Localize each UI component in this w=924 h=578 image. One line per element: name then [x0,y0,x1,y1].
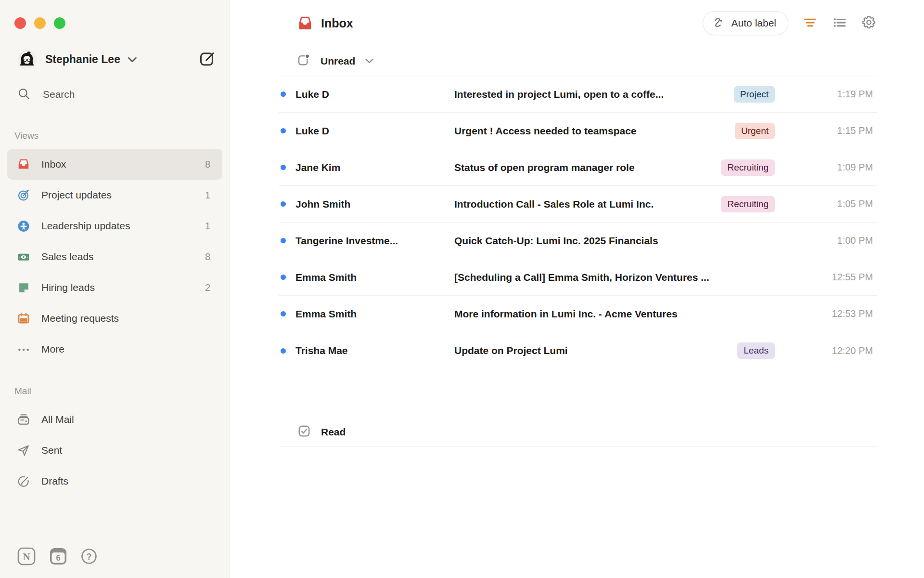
label-badge: Leads [737,342,775,359]
label-badge: Project [734,86,775,103]
unread-dot-icon [281,128,286,133]
target-icon [17,189,30,201]
notion-app-button[interactable]: N [17,547,36,565]
list-view-button[interactable] [832,15,847,31]
email-row[interactable]: Luke D Urgent ! Access needed to teamspa… [279,113,877,149]
unread-dot-icon [281,311,286,316]
close-window-button[interactable] [14,17,26,29]
unread-dot-icon [281,238,286,243]
sidebar-item-sent[interactable]: Sent [7,435,222,466]
email-sender: Tangerine Investme... [295,235,454,247]
email-time: 12:20 PM [775,345,877,356]
sidebar-item-label: Leadership updates [41,220,130,232]
window-controls [0,0,230,29]
sidebar-item-all-mail[interactable]: All Mail [7,404,222,435]
auto-label-wand-icon [712,16,725,31]
unread-dot-icon [281,92,286,97]
ellipsis-icon [17,343,30,355]
email-time: 1:09 PM [775,162,877,173]
filter-button[interactable] [803,15,818,31]
account-switcher[interactable]: Stephanie Lee [17,49,217,70]
help-button[interactable]: ? [81,548,97,565]
email-subject: Status of open program manager role [454,162,721,173]
sidebar-item-sales-leads[interactable]: Sales leads 8 [7,241,222,272]
email-subject: More information in Lumi Inc. - Acme Ven… [454,308,775,320]
email-row[interactable]: Emma Smith [Scheduling a Call] Emma Smit… [279,259,877,296]
sidebar-item-hiring-leads[interactable]: Hiring leads 2 [7,272,222,303]
unread-icon [297,53,310,68]
zoom-window-button[interactable] [54,17,65,29]
filter-icon [803,15,818,31]
sidebar-item-more[interactable]: More [7,334,222,365]
email-row[interactable]: Tangerine Investme... Quick Catch-Up: Lu… [279,223,877,259]
email-time: 1:19 PM [775,89,877,100]
calendar-app-button[interactable]: 6 [49,547,67,565]
sidebar-item-label: More [41,343,64,355]
sidebar-item-label: All Mail [41,414,74,425]
help-question-mark: ? [87,552,92,562]
email-row[interactable]: John Smith Introduction Call - Sales Rol… [279,186,877,223]
compose-button[interactable] [198,49,217,70]
chevron-down-icon [365,58,373,64]
email-subject: Update on Project Lumi [454,345,737,356]
email-row[interactable]: Jane Kim Status of open program manager … [279,149,877,186]
sidebar-item-drafts[interactable]: Drafts [7,466,222,497]
minimize-window-button[interactable] [34,17,46,29]
read-group-header[interactable]: Read [279,417,877,447]
mail-tray-icon [17,413,30,426]
search-icon [17,87,30,102]
inbox-icon [17,158,30,171]
chevron-down-icon [128,57,137,63]
sidebar-item-label: Drafts [41,475,68,487]
sidebar-footer: N 6 ? [0,547,230,578]
sidebar-item-meeting-requests[interactable]: Meeting requests [7,303,222,334]
views-section-label: Views [14,131,230,141]
sidebar-item-count: 2 [205,282,210,293]
compose-icon [199,50,216,69]
label-badge: Recruiting [721,196,775,212]
email-time: 12:55 PM [775,272,877,283]
label-badge: Urgent [735,123,775,139]
email-time: 1:15 PM [775,125,877,136]
page-title: Inbox [321,16,353,30]
sidebar-item-leadership-updates[interactable]: Leadership updates 1 [7,210,222,241]
settings-button[interactable] [861,15,876,31]
sidebar-item-project-updates[interactable]: Project updates 1 [7,180,222,210]
sidebar-item-count: 8 [205,159,210,170]
email-subject: Introduction Call - Sales Role at Lumi I… [454,198,721,210]
email-time: 1:00 PM [775,235,877,246]
mail-section-label: Mail [14,386,230,396]
auto-label-text: Auto label [732,17,776,29]
sidebar-item-label: Sent [41,445,62,456]
sidebar-item-inbox[interactable]: Inbox 8 [7,149,222,180]
unread-dot-icon [281,275,286,280]
email-row[interactable]: Emma Smith More information in Lumi Inc.… [279,296,877,332]
email-row[interactable]: Trisha Mae Update on Project Lumi Leads … [279,332,877,369]
label-badge: Recruiting [721,159,775,176]
email-sender: John Smith [295,198,454,210]
sidebar-item-label: Meeting requests [41,313,119,324]
email-sender: Luke D [295,125,454,137]
inbox-icon [297,15,313,31]
sidebar-item-count: 8 [205,251,210,263]
notion-logo-n: N [23,551,30,563]
paper-plane-icon [17,444,30,457]
unread-group-header[interactable]: Unread [279,46,877,76]
email-subject: Interested in project Lumi, open to a co… [454,89,734,100]
note-icon [17,281,30,294]
email-row[interactable]: Luke D Interested in project Lumi, open … [279,76,877,113]
sidebar-item-label: Project updates [41,189,112,201]
email-time: 12:53 PM [775,308,877,319]
sidebar-item-count: 1 [205,190,210,201]
search-button[interactable]: Search [7,82,222,106]
avatar [17,50,37,69]
email-list-container: Unread Luke D Interested in project Lumi… [279,46,877,447]
auto-label-button[interactable]: Auto label [703,11,788,35]
pencil-circle-icon [17,475,30,487]
email-sender: Trisha Mae [295,345,454,356]
main-header: Inbox Auto label [230,0,924,46]
email-sender: Luke D [295,89,454,100]
person-circle-icon [17,220,30,232]
sidebar-item-count: 1 [205,221,210,232]
email-subject: Quick Catch-Up: Lumi Inc. 2025 Financial… [454,235,775,247]
